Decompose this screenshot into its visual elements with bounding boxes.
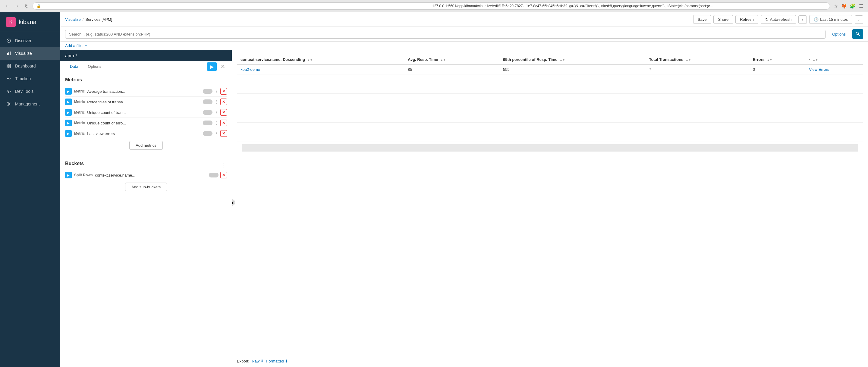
export-formatted-link[interactable]: Formatted ⬇ [266, 359, 288, 363]
metric-expand-btn-3[interactable]: ▶ [65, 120, 72, 126]
sidebar-item-management[interactable]: Management [0, 98, 60, 110]
left-panel: apm-* Data Options ▶ ✕ Metrics ▶ [60, 50, 232, 367]
svg-rect-4 [10, 52, 10, 55]
time-range-label: Last 15 minutes [820, 17, 848, 22]
svg-point-9 [8, 103, 10, 105]
tab-options[interactable]: Options [83, 61, 106, 72]
metric-expand-btn-4[interactable]: ▶ [65, 130, 72, 137]
remove-btn-0[interactable]: ✕ [220, 88, 227, 95]
metric-controls-4: ⋮ ✕ [203, 130, 227, 137]
bucket-remove-btn-0[interactable]: ✕ [220, 172, 227, 178]
toggle-btn-2[interactable] [203, 110, 213, 115]
sort-arrows-2[interactable]: ▲▼ [560, 58, 565, 61]
time-prev-button[interactable]: ‹ [798, 16, 807, 24]
close-panel-button[interactable]: ✕ [218, 62, 227, 71]
metric-expand-btn-1[interactable]: ▶ [65, 98, 72, 105]
add-metrics-button[interactable]: Add metrics [129, 141, 163, 150]
url-bar[interactable]: 🔒 127.0.0.1:5601/app/kibana#/visualize/e… [33, 2, 830, 10]
remove-btn-4[interactable]: ✕ [220, 130, 227, 137]
add-filter-button[interactable]: Add a filter + [65, 43, 87, 48]
auto-refresh-icon: ↻ [765, 17, 769, 22]
metric-type-4: Metric [74, 131, 85, 135]
metric-item-1: ▶ Metric Percentiles of transa... ⋮ ✕ [65, 97, 227, 107]
add-subbuckets-button[interactable]: Add sub-buckets [125, 183, 167, 191]
metric-expand-btn-2[interactable]: ▶ [65, 109, 72, 116]
clock-icon: 🕐 [814, 17, 818, 22]
run-button[interactable]: ▶ [207, 62, 217, 71]
dashboard-icon [6, 63, 11, 69]
sidebar-item-dashboard[interactable]: Dashboard [0, 60, 60, 72]
refresh-button[interactable]: Refresh [735, 15, 758, 24]
view-errors-link[interactable]: View Errors [809, 67, 829, 72]
sort-arrows-1[interactable]: ▲▼ [440, 58, 446, 61]
time-next-button[interactable]: › [855, 16, 863, 24]
panel-tabs: Data Options ▶ ✕ [60, 61, 232, 72]
remove-btn-3[interactable]: ✕ [220, 120, 227, 126]
app: K kibana Discover Visualize Dashboard [0, 12, 868, 367]
search-submit-button[interactable] [852, 29, 863, 39]
toggle-btn-0[interactable] [203, 89, 213, 94]
sidebar-nav: Discover Visualize Dashboard Timelion [0, 32, 60, 367]
time-range-button[interactable]: 🕐 Last 15 minutes [809, 15, 852, 24]
svg-rect-8 [9, 66, 10, 68]
sort-arrows-5[interactable]: ▲▼ [812, 58, 818, 61]
remove-btn-2[interactable]: ✕ [220, 109, 227, 116]
forward-button[interactable]: → [13, 2, 21, 10]
cell-service-name-0[interactable]: koa2-demo [237, 64, 404, 74]
metric-name-0: Average transaction... [87, 89, 200, 94]
sidebar-item-devtools[interactable]: Dev Tools [0, 85, 60, 98]
drag-handle-4[interactable]: ⋮ [214, 131, 219, 136]
bucket-type-0: Split Rows [74, 173, 93, 177]
back-button[interactable]: ← [4, 2, 11, 10]
topbar: Visualize / Services [APM] Save Share Re… [60, 12, 868, 27]
col-header-service-name: context.service.name: Descending ▲▼ [237, 55, 404, 64]
remove-btn-1[interactable]: ✕ [220, 98, 227, 105]
sidebar-item-label: Dashboard [15, 64, 36, 68]
drag-handle-3[interactable]: ⋮ [214, 121, 219, 125]
metric-type-1: Metric [74, 100, 85, 104]
sort-arrows-4[interactable]: ▲▼ [767, 58, 772, 61]
table-row-empty-3 [237, 94, 863, 103]
bucket-expand-btn-0[interactable]: ▶ [65, 172, 72, 178]
extension-icon[interactable]: 🧩 [849, 3, 856, 9]
export-raw-link[interactable]: Raw ⬇ [252, 359, 264, 363]
search-input[interactable] [65, 30, 826, 38]
collapse-panel-button[interactable]: ◀ [232, 199, 235, 206]
menu-icon[interactable]: ☰ [858, 3, 864, 9]
sort-arrows-0[interactable]: ▲▼ [307, 58, 313, 61]
sidebar-item-timelion[interactable]: Timelion [0, 72, 60, 85]
sidebar-item-discover[interactable]: Discover [0, 34, 60, 47]
metric-controls-3: ⋮ ✕ [203, 120, 227, 126]
metric-name-4: Last view errors [87, 131, 200, 136]
bucket-toggle-btn-0[interactable] [209, 172, 219, 178]
toggle-btn-4[interactable] [203, 131, 213, 136]
col-label-errors: Errors [753, 57, 765, 62]
auto-refresh-button[interactable]: ↻ Auto-refresh [761, 15, 796, 24]
main-content: Visualize / Services [APM] Save Share Re… [60, 12, 868, 367]
bucket-more-button[interactable]: ⋮ [221, 162, 227, 169]
refresh-button[interactable]: ↻ [23, 2, 30, 10]
drag-handle-2[interactable]: ⋮ [214, 110, 219, 115]
firefox-icon[interactable]: 🦊 [841, 3, 847, 9]
sort-arrows-3[interactable]: ▲▼ [686, 58, 691, 61]
toggle-btn-1[interactable] [203, 99, 213, 104]
sidebar-item-visualize[interactable]: Visualize [0, 47, 60, 60]
share-button[interactable]: Share [713, 15, 733, 24]
metric-expand-btn-0[interactable]: ▶ [65, 88, 72, 95]
breadcrumb-parent[interactable]: Visualize [65, 17, 81, 22]
options-button[interactable]: Options [828, 30, 850, 38]
breadcrumb: Visualize / Services [APM] [65, 17, 112, 22]
save-button[interactable]: Save [693, 15, 711, 24]
export-raw-label: Raw [252, 359, 259, 363]
sidebar-item-label: Visualize [15, 51, 32, 56]
table-row-empty-7 [237, 132, 863, 142]
cell-avg-resp-0: 85 [404, 64, 499, 74]
drag-handle-0[interactable]: ⋮ [214, 89, 219, 94]
bookmark-icon[interactable]: ☆ [832, 3, 839, 9]
col-header-total-tx: Total Transactions ▲▼ [645, 55, 749, 64]
cell-action-0: View Errors [805, 64, 863, 74]
drag-handle-1[interactable]: ⋮ [214, 99, 219, 104]
col-label-actions: - [809, 57, 810, 62]
toggle-btn-3[interactable] [203, 120, 213, 126]
tab-data[interactable]: Data [65, 61, 83, 72]
